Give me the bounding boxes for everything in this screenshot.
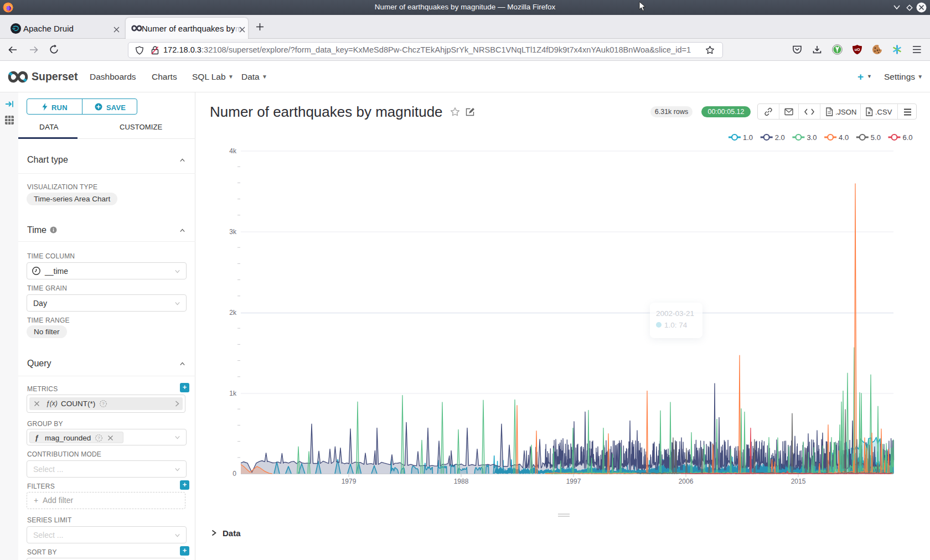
svg-text:?: ? <box>97 435 100 440</box>
svg-text:1979: 1979 <box>342 478 356 485</box>
svg-text:uO: uO <box>855 48 860 51</box>
svg-text:0: 0 <box>232 470 236 478</box>
svg-text:1988: 1988 <box>454 478 469 485</box>
svg-text:3.0: 3.0 <box>807 133 817 142</box>
svg-text:5.0: 5.0 <box>871 133 881 142</box>
svg-text:1997: 1997 <box>566 478 581 485</box>
svg-text:1k: 1k <box>229 390 237 397</box>
svg-text:3k: 3k <box>229 228 237 236</box>
svg-text:2006: 2006 <box>679 478 694 485</box>
svg-text:6.0: 6.0 <box>903 133 913 142</box>
svg-text:1.0: 1.0 <box>743 133 753 142</box>
svg-text:4k: 4k <box>229 147 237 155</box>
svg-text:?: ? <box>102 401 105 406</box>
svg-text:4.0: 4.0 <box>839 133 849 142</box>
svg-text:2k: 2k <box>229 309 237 317</box>
svg-text:2.0: 2.0 <box>775 133 785 142</box>
svg-text:2015: 2015 <box>791 478 806 485</box>
